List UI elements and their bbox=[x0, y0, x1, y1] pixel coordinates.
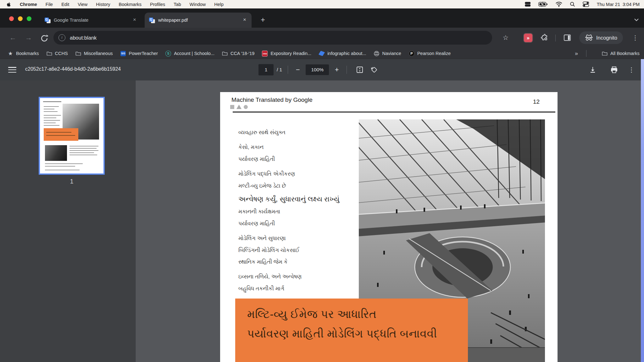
orange-title-line1: મલ્ટિ-વ્યુ ઈમેજ પર આધારિત bbox=[247, 308, 377, 321]
pdf-document-title: c2052c17-a6e2-446d-b4d0-2a6be6b15924 bbox=[25, 66, 121, 72]
incognito-icon bbox=[585, 35, 593, 41]
browser-menu-kebab-icon[interactable]: ⋮ bbox=[630, 33, 640, 43]
address-bar[interactable]: i about:blank bbox=[53, 31, 492, 45]
adblock-extension-icon[interactable]: » bbox=[524, 34, 532, 42]
body-text-column: વ્યવહારુ સાથે સંયુક્ત કેસો, મકાન પર્યાવર… bbox=[238, 124, 370, 307]
scrollbar[interactable] bbox=[641, 59, 644, 362]
bookmark-item-naviance[interactable]: Naviance bbox=[374, 51, 401, 56]
fit-to-page-button[interactable] bbox=[355, 65, 364, 74]
pdf-menu-hamburger-icon[interactable] bbox=[8, 66, 16, 74]
bookmark-label: CCHS bbox=[55, 51, 68, 56]
bookmark-label: Expository Readin... bbox=[270, 51, 311, 56]
print-button[interactable] bbox=[609, 65, 619, 74]
bookmark-item-expository-reading[interactable]: csu Expository Readin... bbox=[262, 51, 311, 56]
pearson-favicon: P bbox=[409, 51, 414, 57]
menu-history[interactable]: History bbox=[96, 2, 110, 7]
text-line: સ્થાનિક માહિતી જેમ કે bbox=[238, 259, 370, 265]
tab-whitepaper-pdf[interactable]: G whitepaper.pdf × bbox=[145, 13, 252, 28]
pdf-viewer-content: 1 Machine Translated by Google 12 bbox=[0, 80, 644, 362]
orange-title-line2: પર્યાવરણ માહિતી મોડેલિંગ પદ્ધતિ બનાવવી bbox=[247, 327, 437, 340]
text-line: ઇવ્સના તળિયે, અને અન્વેષણ bbox=[238, 274, 370, 280]
zoom-level-value[interactable]: 100% bbox=[306, 64, 329, 75]
download-button[interactable] bbox=[588, 65, 597, 74]
page-number-input[interactable] bbox=[258, 64, 274, 75]
control-center-icon[interactable] bbox=[583, 2, 589, 7]
text-line: પર્યાવરણ માહિતી bbox=[238, 156, 370, 162]
folder-icon bbox=[222, 51, 228, 56]
window-close-button[interactable] bbox=[9, 16, 14, 21]
page-thumbnail[interactable] bbox=[40, 98, 103, 173]
bookmark-item-powerteacher[interactable]: SIS PowerTeacher bbox=[120, 51, 158, 56]
pdf-more-options-kebab-icon[interactable]: ⋮ bbox=[628, 66, 635, 74]
folder-icon bbox=[602, 51, 608, 56]
menu-chrome[interactable]: Chrome bbox=[20, 2, 37, 7]
gem-favicon bbox=[319, 51, 325, 56]
printed-page-number: 12 bbox=[533, 98, 540, 105]
bookmarks-overflow-chevron[interactable]: » bbox=[575, 48, 578, 59]
bookmark-label: All Bookmarks bbox=[610, 51, 640, 56]
thumbnail-panel: 1 bbox=[0, 80, 136, 362]
reload-button[interactable] bbox=[40, 34, 49, 43]
bookmark-item-schoology-account[interactable]: S Account | Schoolo... bbox=[165, 51, 214, 56]
menu-profiles[interactable]: Profiles bbox=[150, 2, 165, 7]
tab-label: whitepaper.pdf bbox=[158, 18, 241, 23]
schoology-favicon: S bbox=[165, 51, 171, 57]
globe-favicon bbox=[374, 51, 379, 56]
window-minimize-button[interactable] bbox=[18, 16, 23, 21]
bookmark-item-bookmarks[interactable]: ★ Bookmarks bbox=[8, 51, 39, 56]
bookmark-item-infographic[interactable]: infographic about... bbox=[319, 51, 366, 56]
orange-title-box: મલ્ટિ-વ્યુ ઈમેજ પર આધારિત પર્યાવરણ માહિત… bbox=[235, 299, 468, 362]
menu-view[interactable]: View bbox=[78, 2, 87, 7]
bookmark-folder-miscellaneous[interactable]: Miscellaneous bbox=[75, 51, 113, 56]
bookmark-label: Account | Schoolo... bbox=[174, 51, 214, 56]
bookmark-folder-cca-18-19[interactable]: CCA '18-'19 bbox=[222, 51, 254, 56]
all-bookmarks-folder[interactable]: All Bookmarks bbox=[602, 48, 640, 59]
menu-bar-clock[interactable]: Thu Mar 21 3:04 PM bbox=[597, 2, 640, 7]
sis-favicon: SIS bbox=[120, 51, 126, 56]
rotate-button[interactable] bbox=[369, 65, 379, 74]
screen-mirroring-icon[interactable] bbox=[525, 2, 531, 7]
menu-file[interactable]: File bbox=[46, 2, 53, 7]
menu-help[interactable]: Help bbox=[214, 2, 224, 7]
thumbnail-page-number: 1 bbox=[40, 178, 103, 185]
wifi-icon[interactable] bbox=[555, 2, 563, 7]
battery-charging-icon[interactable] bbox=[538, 2, 548, 7]
menu-window[interactable]: Window bbox=[190, 2, 206, 7]
tab-close-icon[interactable]: × bbox=[241, 16, 248, 24]
menu-tab[interactable]: Tab bbox=[174, 2, 181, 7]
thumbnail-orange-box bbox=[44, 128, 78, 141]
bookmark-item-pearson-realize[interactable]: P Pearson Realize bbox=[409, 51, 451, 56]
zoom-in-button[interactable]: + bbox=[333, 66, 341, 74]
text-line: કેસો, મકાન bbox=[238, 144, 370, 151]
pdf-toolbar-separator bbox=[288, 66, 288, 74]
text-line: મોડેલિંગ અને સુધારણા bbox=[238, 235, 370, 242]
extensions-puzzle-icon[interactable] bbox=[540, 33, 550, 43]
bookmark-star-icon[interactable]: ☆ bbox=[501, 33, 511, 43]
bookmark-label: Miscellaneous bbox=[84, 51, 113, 56]
spotlight-search-icon[interactable] bbox=[570, 2, 575, 7]
bookmark-label: Pearson Realize bbox=[417, 51, 451, 56]
site-info-icon[interactable]: i bbox=[58, 34, 65, 41]
browser-toolbar: ← → i about:blank ☆ » Incognito ⋮ bbox=[0, 28, 644, 48]
back-button[interactable]: ← bbox=[8, 33, 18, 42]
csu-favicon: csu bbox=[262, 51, 268, 57]
page-count-label: / 1 bbox=[277, 67, 282, 73]
tab-google-translate[interactable]: G Google Translate × bbox=[40, 13, 142, 28]
bookmark-folder-cchs[interactable]: CCHS bbox=[47, 51, 68, 56]
bookmark-label: Naviance bbox=[382, 51, 401, 56]
forward-button[interactable]: → bbox=[24, 33, 33, 42]
new-tab-button[interactable]: + bbox=[258, 16, 267, 25]
menu-edit[interactable]: Edit bbox=[61, 2, 69, 7]
tab-search-chevron-icon[interactable] bbox=[634, 18, 639, 21]
tab-close-icon[interactable]: × bbox=[131, 16, 138, 24]
apple-menu[interactable] bbox=[6, 2, 11, 7]
text-line: મકાનની કાર્યક્ષમતા bbox=[238, 209, 370, 215]
bookmarks-bar: ★ Bookmarks CCHS Miscellaneous SIS Power… bbox=[0, 48, 644, 59]
zoom-out-button[interactable]: − bbox=[294, 66, 302, 74]
menu-bookmarks[interactable]: Bookmarks bbox=[119, 2, 142, 7]
bookmark-label: PowerTeacher bbox=[129, 51, 158, 56]
window-zoom-button[interactable] bbox=[27, 16, 31, 21]
incognito-badge: Incognito bbox=[579, 31, 623, 44]
side-panel-icon[interactable] bbox=[562, 33, 572, 43]
text-line-emphasis: અન્વેષણ કર્યું, સુધારવાનું લક્ષ્ય રાખ્યુ… bbox=[238, 195, 370, 203]
